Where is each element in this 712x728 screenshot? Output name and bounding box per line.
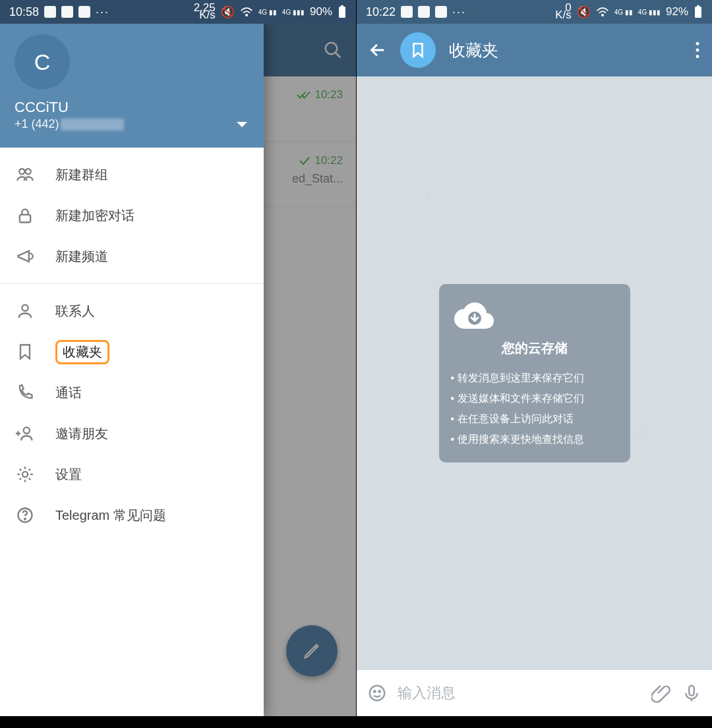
drawer-item-faq[interactable]: Telegram 常见问题 bbox=[0, 495, 264, 536]
drawer-item-calls[interactable]: 通话 bbox=[0, 372, 264, 413]
status-more-dots: ··· bbox=[96, 5, 109, 19]
svg-rect-14 bbox=[695, 7, 701, 18]
message-input[interactable]: 输入消息 bbox=[398, 683, 641, 703]
svg-point-17 bbox=[696, 49, 699, 52]
status-more-dots: ··· bbox=[452, 5, 466, 19]
person-icon bbox=[16, 302, 34, 320]
mic-icon[interactable] bbox=[682, 683, 701, 703]
android-nav-bar bbox=[0, 716, 356, 728]
svg-point-16 bbox=[696, 42, 699, 45]
gear-icon bbox=[16, 465, 34, 484]
drawer-header[interactable]: C CCCiTU +1 (442) bbox=[0, 24, 264, 148]
cloud-card-bullet: 使用搜索来更快地查找信息 bbox=[451, 429, 618, 449]
chat-body: 您的云存储 转发消息到这里来保存它们 发送媒体和文件来存储它们 在任意设备上访问… bbox=[357, 76, 712, 670]
cloud-download-icon bbox=[451, 298, 618, 331]
back-icon[interactable] bbox=[369, 41, 387, 59]
drawer-item-contacts[interactable]: 联系人 bbox=[0, 291, 264, 331]
svg-rect-15 bbox=[697, 5, 699, 7]
status-battery: 92% bbox=[666, 5, 688, 18]
svg-point-8 bbox=[22, 305, 28, 311]
cloud-storage-card: 您的云存储 转发消息到这里来保存它们 发送媒体和文件来存储它们 在任意设备上访问… bbox=[439, 284, 630, 463]
account-name: CCCiTU bbox=[15, 99, 249, 116]
battery-icon bbox=[694, 5, 703, 18]
help-icon bbox=[16, 506, 34, 524]
svg-rect-7 bbox=[20, 215, 30, 223]
svg-rect-1 bbox=[339, 7, 345, 18]
svg-point-22 bbox=[379, 690, 381, 692]
drawer-item-label: 新建群组 bbox=[55, 166, 108, 184]
add-person-icon bbox=[16, 424, 34, 443]
drawer-item-saved[interactable]: 收藏夹 bbox=[0, 331, 264, 372]
status-app-icon bbox=[61, 6, 73, 18]
megaphone-icon bbox=[16, 247, 34, 266]
status-network-rate: 0K/s bbox=[555, 5, 572, 19]
chat-header: 收藏夹 bbox=[357, 24, 712, 76]
status-app-icon bbox=[418, 6, 430, 18]
bookmark-icon bbox=[16, 343, 34, 361]
message-input-bar: 输入消息 bbox=[357, 670, 712, 716]
chevron-down-icon[interactable] bbox=[236, 121, 248, 129]
svg-rect-2 bbox=[341, 5, 343, 7]
signal-icon: 4G ▮▮ bbox=[258, 9, 277, 16]
redacted-phone-tail bbox=[61, 119, 124, 130]
wifi-icon bbox=[596, 7, 609, 17]
drawer-item-new-channel[interactable]: 新建频道 bbox=[0, 236, 264, 277]
phone-icon bbox=[16, 383, 34, 402]
drawer-item-invite[interactable]: 邀请朋友 bbox=[0, 413, 264, 454]
status-app-icon bbox=[435, 6, 447, 18]
battery-icon bbox=[338, 5, 347, 18]
svg-point-21 bbox=[374, 690, 376, 692]
svg-point-18 bbox=[696, 55, 699, 58]
drawer-item-label: Telegram 常见问题 bbox=[55, 507, 166, 524]
signal-icon: 4G ▮▮▮ bbox=[638, 9, 661, 16]
saved-avatar[interactable] bbox=[400, 32, 436, 68]
drawer-item-label: 联系人 bbox=[55, 302, 95, 320]
mute-icon: 🔇 bbox=[577, 5, 591, 19]
drawer-item-label: 新建频道 bbox=[55, 248, 108, 266]
attach-icon[interactable] bbox=[651, 683, 671, 703]
drawer-item-label-highlighted: 收藏夹 bbox=[55, 340, 109, 364]
group-icon bbox=[16, 165, 34, 184]
signal-icon: 4G ▮▮ bbox=[614, 9, 633, 16]
drawer-item-new-group[interactable]: 新建群组 bbox=[0, 154, 264, 195]
drawer-item-settings[interactable]: 设置 bbox=[0, 454, 264, 495]
status-app-icon bbox=[44, 6, 56, 18]
navigation-drawer: C CCCiTU +1 (442) 新建群组 bbox=[0, 24, 264, 716]
cloud-card-bullet: 在任意设备上访问此对话 bbox=[451, 408, 618, 429]
status-bar: 10:58 ··· 2.25K/s 🔇 4G ▮▮ 4G ▮▮▮ 90% bbox=[0, 0, 356, 24]
chat-title: 收藏夹 bbox=[449, 40, 682, 61]
svg-point-10 bbox=[22, 472, 28, 477]
cloud-card-bullet: 发送媒体和文件来存储它们 bbox=[451, 388, 618, 408]
status-app-icon bbox=[401, 6, 413, 18]
svg-point-9 bbox=[24, 428, 30, 434]
cloud-card-title: 您的云存储 bbox=[451, 339, 618, 357]
status-network-rate: 2.25K/s bbox=[194, 5, 216, 19]
svg-point-5 bbox=[19, 169, 24, 174]
account-phone: +1 (442) bbox=[15, 117, 249, 131]
avatar[interactable]: C bbox=[15, 34, 70, 90]
drawer-item-label: 邀请朋友 bbox=[55, 425, 108, 443]
status-time: 10:22 bbox=[366, 5, 396, 19]
drawer-item-label: 新建加密对话 bbox=[55, 207, 134, 225]
wifi-icon bbox=[240, 7, 253, 17]
bookmark-icon bbox=[409, 42, 427, 59]
drawer-item-label: 设置 bbox=[55, 466, 82, 484]
svg-rect-23 bbox=[689, 686, 694, 696]
more-icon[interactable] bbox=[695, 42, 700, 59]
emoji-icon[interactable] bbox=[367, 683, 387, 703]
status-time: 10:58 bbox=[9, 5, 39, 19]
status-bar: 10:22 ··· 0K/s 🔇 4G ▮▮ 4G ▮▮▮ 92% bbox=[357, 0, 712, 24]
drawer-item-label: 通话 bbox=[55, 384, 82, 402]
svg-point-6 bbox=[26, 169, 31, 174]
drawer-item-new-secret[interactable]: 新建加密对话 bbox=[0, 195, 264, 236]
status-app-icon bbox=[78, 6, 90, 18]
cloud-card-bullet: 转发消息到这里来保存它们 bbox=[451, 368, 618, 388]
signal-icon: 4G ▮▮▮ bbox=[282, 9, 305, 16]
mute-icon: 🔇 bbox=[221, 5, 235, 19]
android-nav-bar bbox=[357, 716, 712, 728]
svg-point-13 bbox=[601, 14, 603, 16]
lock-icon bbox=[16, 206, 34, 225]
status-battery: 90% bbox=[310, 5, 332, 18]
drawer-separator bbox=[0, 283, 264, 284]
svg-point-12 bbox=[24, 518, 26, 520]
